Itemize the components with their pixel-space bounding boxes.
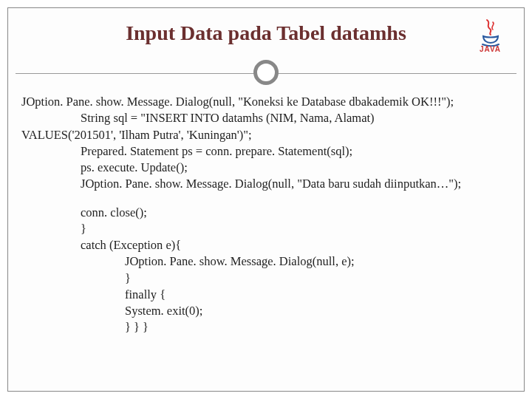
- code-line: VALUES('201501', 'Ilham Putra', 'Kuninga…: [21, 127, 511, 143]
- java-logo-text: JAVA: [480, 45, 501, 53]
- java-cup-icon: [478, 18, 503, 47]
- java-logo: JAVA: [470, 16, 511, 56]
- divider: [8, 58, 524, 88]
- title-area: Input Data pada Tabel datamhs JAVA: [8, 8, 524, 45]
- divider-circle-icon: [253, 60, 279, 85]
- code-line: finally {: [21, 287, 511, 303]
- code-line: JOption. Pane. show. Message. Dialog(nul…: [21, 253, 511, 270]
- code-line: JOption. Pane. show. Message. Dialog(nul…: [21, 176, 511, 192]
- code-line: }: [21, 221, 511, 237]
- code-line: System. exit(0);: [21, 303, 511, 319]
- code-line: Prepared. Statement ps = conn. prepare. …: [21, 143, 511, 160]
- code-content: JOption. Pane. show. Message. Dialog(nul…: [8, 88, 524, 336]
- code-line: ps. execute. Update();: [21, 160, 511, 176]
- code-line: }: [21, 270, 511, 287]
- code-line: conn. close();: [21, 205, 511, 221]
- code-line: String sql = "INSERT INTO datamhs (NIM, …: [21, 110, 511, 126]
- code-line: JOption. Pane. show. Message. Dialog(nul…: [21, 94, 511, 110]
- slide: Input Data pada Tabel datamhs JAVA JOpti…: [7, 7, 525, 392]
- slide-title: Input Data pada Tabel datamhs: [126, 21, 406, 45]
- code-line: } } }: [21, 319, 511, 335]
- code-line: catch (Exception e){: [21, 237, 511, 253]
